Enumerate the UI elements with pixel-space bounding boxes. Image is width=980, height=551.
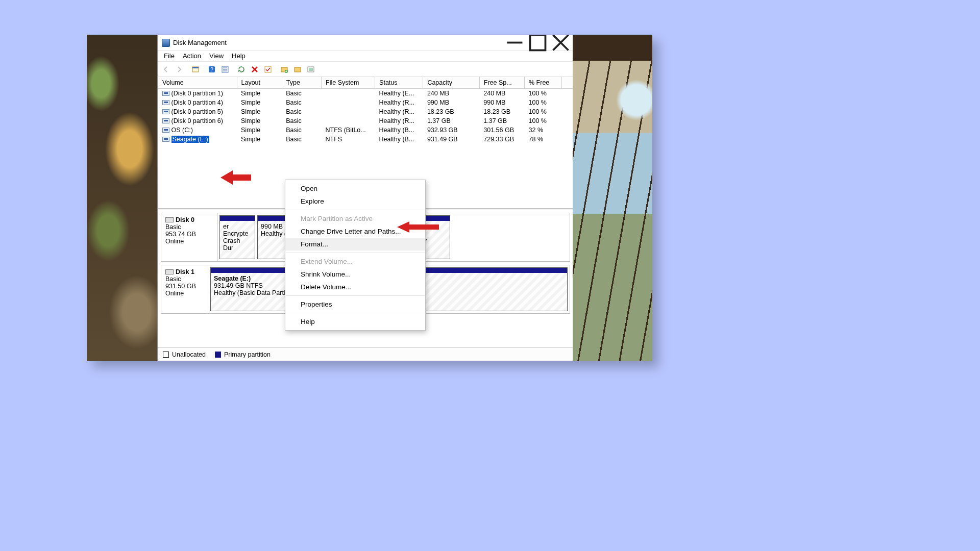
- menubar: File Action View Help: [158, 51, 573, 62]
- window-title: Disk Management: [173, 39, 503, 46]
- volume-icon: [162, 109, 169, 114]
- table-row[interactable]: (Disk 0 partition 4)SimpleBasicHealthy (…: [158, 98, 573, 107]
- help-icon[interactable]: ?: [206, 63, 218, 76]
- properties-icon[interactable]: [219, 63, 231, 76]
- menu-item[interactable]: Explore: [285, 195, 425, 208]
- menu-item[interactable]: Properties: [285, 298, 425, 311]
- titlebar: Disk Management: [158, 35, 573, 51]
- minimize-button[interactable]: [503, 36, 526, 50]
- legend-primary: Primary partition: [215, 351, 271, 358]
- svg-rect-5: [192, 67, 199, 68]
- disk-icon: [165, 217, 174, 222]
- disk-header[interactable]: Disk 1Basic931.50 GBOnline: [161, 265, 208, 313]
- disk-icon: [165, 269, 174, 274]
- menu-item[interactable]: Open: [285, 182, 425, 195]
- volume-icon: [162, 128, 169, 133]
- menu-help[interactable]: Help: [228, 51, 250, 61]
- screenshot-frame: Disk Management File Action View Help: [87, 35, 652, 361]
- toolbar: ?: [158, 62, 573, 77]
- open-folder-icon[interactable]: [291, 63, 304, 76]
- window-controls: [503, 36, 572, 50]
- maximize-button[interactable]: [526, 36, 549, 50]
- svg-rect-14: [265, 66, 271, 72]
- column-header[interactable]: Status: [375, 77, 423, 89]
- menu-item[interactable]: Format...: [285, 238, 425, 251]
- menu-file[interactable]: File: [160, 51, 179, 61]
- legend-unallocated: Unallocated: [163, 351, 206, 358]
- column-header[interactable]: % Free: [525, 77, 562, 89]
- partition[interactable]: er EncrypteCrash Dur: [219, 215, 255, 259]
- column-header[interactable]: Free Sp...: [479, 77, 524, 89]
- forward-icon[interactable]: [173, 63, 185, 76]
- menu-item: Extend Volume...: [285, 255, 425, 268]
- svg-text:?: ?: [210, 67, 213, 72]
- back-icon[interactable]: [160, 63, 172, 76]
- new-folder-icon[interactable]: [278, 63, 290, 76]
- menu-item[interactable]: Help: [285, 315, 425, 328]
- svg-rect-19: [295, 67, 301, 72]
- list-icon[interactable]: [305, 63, 317, 76]
- menu-item[interactable]: Delete Volume...: [285, 281, 425, 293]
- menu-view[interactable]: View: [205, 51, 228, 61]
- volume-icon: [162, 137, 169, 142]
- legend: Unallocated Primary partition: [158, 347, 573, 361]
- menu-item[interactable]: Change Drive Letter and Paths...: [285, 225, 425, 238]
- context-menu: OpenExploreMark Partition as ActiveChang…: [285, 180, 426, 331]
- up-icon[interactable]: [189, 63, 202, 76]
- table-row[interactable]: (Disk 0 partition 6)SimpleBasicHealthy (…: [158, 116, 573, 126]
- table-row[interactable]: Seagate (E:)SimpleBasicNTFSHealthy (B...…: [158, 135, 573, 144]
- volume-icon: [162, 100, 169, 105]
- column-header[interactable]: Type: [282, 77, 321, 89]
- refresh-icon[interactable]: [235, 63, 248, 76]
- check-icon[interactable]: [262, 63, 274, 76]
- table-row[interactable]: (Disk 0 partition 5)SimpleBasicHealthy (…: [158, 107, 573, 116]
- disk-header[interactable]: Disk 0Basic953.74 GBOnline: [161, 213, 217, 261]
- volume-icon: [162, 91, 169, 96]
- close-button[interactable]: [549, 36, 572, 50]
- volume-icon: [162, 118, 169, 123]
- column-header[interactable]: Volume: [158, 77, 237, 89]
- table-row[interactable]: (Disk 0 partition 1)SimpleBasicHealthy (…: [158, 89, 573, 98]
- menu-item[interactable]: Shrink Volume...: [285, 268, 425, 281]
- column-header[interactable]: Capacity: [423, 77, 479, 89]
- menu-action[interactable]: Action: [179, 51, 205, 61]
- menu-item: Mark Partition as Active: [285, 212, 425, 225]
- app-icon: [162, 39, 170, 47]
- column-header[interactable]: File System: [322, 77, 375, 89]
- table-row[interactable]: OS (C:)SimpleBasicNTFS (BitLo...Healthy …: [158, 126, 573, 135]
- delete-icon[interactable]: [249, 63, 261, 76]
- column-header[interactable]: Layout: [237, 77, 282, 89]
- svg-rect-1: [530, 35, 546, 51]
